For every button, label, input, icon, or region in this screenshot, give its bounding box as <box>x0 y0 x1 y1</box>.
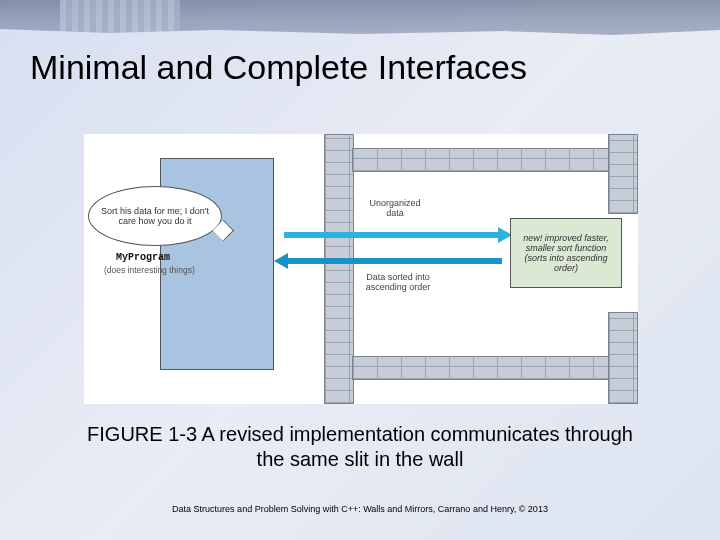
figure-caption: FIGURE 1-3 A revised implementation comm… <box>80 422 640 472</box>
brick-wall-bottom <box>352 356 638 380</box>
arrow-from-sort-icon <box>274 256 512 266</box>
label-unorganized: Unorganized data <box>360 196 430 221</box>
sort-function-text: new! improved faster, smaller sort funct… <box>517 233 615 273</box>
program-subtitle: (does interesting things) <box>104 265 195 275</box>
brick-wall-right-bottom <box>608 312 638 404</box>
label-sorted: Data sorted into ascending order <box>360 270 436 295</box>
speech-text: Sort his data for me; I don't care how y… <box>89 206 221 227</box>
slide-title: Minimal and Complete Interfaces <box>30 48 690 87</box>
brick-wall-right-top <box>608 134 638 214</box>
program-name: MyProgram <box>116 252 170 263</box>
figure-diagram: Sort his data for me; I don't care how y… <box>84 134 638 404</box>
brick-wall-top <box>352 148 638 172</box>
speech-bubble: Sort his data for me; I don't care how y… <box>88 186 222 246</box>
sort-function-box: new! improved faster, smaller sort funct… <box>510 218 622 288</box>
brick-wall-left <box>324 134 354 404</box>
header-banner <box>0 0 720 50</box>
arrow-to-sort-icon <box>274 230 512 240</box>
footer-citation: Data Structures and Problem Solving with… <box>0 504 720 514</box>
